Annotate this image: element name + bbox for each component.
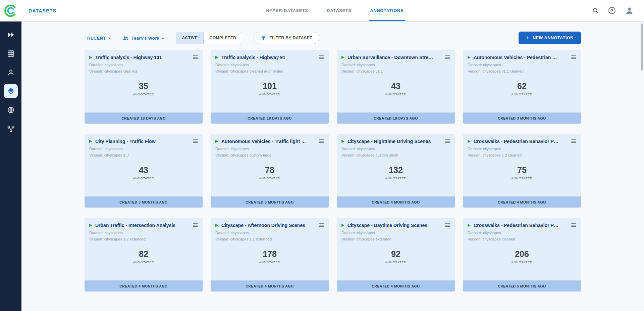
card-divider: [89, 161, 199, 161]
card-divider: [341, 161, 451, 161]
annotation-card[interactable]: Cityscape - Afternoon Driving Scenes Dat…: [211, 218, 329, 292]
toggle-active[interactable]: ACTIVE: [176, 32, 203, 44]
annotation-title: Cityscape - Nighttime Driving Scenes: [347, 139, 441, 144]
card-menu-icon[interactable]: [318, 54, 325, 60]
card-menu-icon[interactable]: [444, 54, 451, 60]
scrollbar-thumb[interactable]: [641, 24, 643, 71]
card-version: Version: cityscapes 1.3: [85, 151, 203, 157]
filter-by-dataset-button[interactable]: FILTER BY DATASET: [254, 32, 319, 44]
card-menu-icon[interactable]: [444, 138, 451, 144]
new-annotation-button[interactable]: + NEW ANNOTATION: [519, 32, 581, 44]
annotation-card[interactable]: Crosswalks - Pedestrian Behavior P… Data…: [463, 134, 581, 208]
annotation-card[interactable]: City Planning - Traffic Flow Dataset: ci…: [85, 134, 203, 208]
annotated-label: ANNOTATED: [85, 176, 203, 180]
card-dataset: Dataset: cityscapes: [85, 228, 203, 235]
annotation-card[interactable]: Autonomous Vehicles - Traffic light … Da…: [211, 134, 329, 208]
annotated-count: 62: [463, 81, 581, 91]
sidebar-item-quickstart[interactable]: [4, 28, 18, 42]
card-dataset: Dataset: cityscapes: [337, 144, 455, 151]
card-dataset: Dataset: cityscapes: [463, 228, 581, 235]
toggle-completed[interactable]: COMPLETED: [203, 32, 242, 44]
card-menu-icon[interactable]: [192, 222, 199, 228]
card-version: Version: cityscapes custom small: [337, 151, 455, 157]
scope-dropdown-label: Team's Work: [131, 36, 160, 41]
card-menu-icon[interactable]: [318, 138, 325, 144]
sort-dropdown-label: RECENT: [87, 36, 106, 41]
status-toggle: ACTIVE COMPLETED: [176, 32, 242, 44]
annotation-card[interactable]: Urban Surveillance - Downtown Stre… Data…: [337, 50, 455, 124]
play-icon: [89, 224, 92, 227]
play-icon: [215, 140, 218, 143]
tab-annotations[interactable]: ANNOTATIONS: [370, 0, 404, 21]
card-header: Crosswalks - Pedestrian Behavior P…: [463, 134, 581, 144]
card-created-badge: CREATED 4 MONTHS AGO: [211, 280, 329, 292]
annotated-count: 43: [337, 81, 455, 91]
card-menu-icon[interactable]: [571, 222, 577, 228]
card-divider: [467, 161, 577, 161]
card-divider: [341, 245, 451, 245]
annotation-card[interactable]: Autonomous Vehicles - Pedestrian … Datas…: [463, 50, 581, 124]
card-menu-icon[interactable]: [192, 138, 199, 144]
card-dataset: Dataset: cityscapes: [463, 60, 581, 67]
card-created-badge: CREATED 3 MONTHS AGO: [211, 196, 329, 208]
user-avatar[interactable]: [625, 6, 634, 15]
card-created-badge: CREATED 18 DAYS AGO: [337, 113, 455, 124]
annotated-count: 78: [211, 165, 329, 175]
sidebar-item-annotations[interactable]: [4, 84, 18, 98]
annotation-card[interactable]: Traffic analysis - Highway 101 Dataset: …: [85, 50, 203, 124]
card-created-badge: CREATED 4 MONTHS AGO: [85, 280, 203, 292]
card-version: Version: cityscapes custom large: [211, 151, 329, 157]
card-version: Version: cityscapes extended: [337, 235, 455, 241]
annotation-card[interactable]: Urban Traffic - Intersection Analysis Da…: [85, 218, 203, 292]
card-menu-icon[interactable]: [444, 222, 451, 228]
sidebar-item-pipelines[interactable]: [4, 122, 18, 136]
annotated-count: 178: [211, 249, 329, 259]
card-created-badge: CREATED 3 MONTHS AGO: [85, 196, 203, 208]
play-icon: [89, 56, 92, 59]
play-icon: [215, 56, 218, 59]
card-header: Cityscape - Afternoon Driving Scenes: [211, 218, 329, 228]
sidebar-item-datasets[interactable]: [4, 46, 18, 60]
card-version: Version: cityscapes 1.1 extended: [211, 235, 329, 241]
annotation-card[interactable]: Traffic analysis - Highway 91 Dataset: c…: [211, 50, 329, 124]
team-icon: [122, 35, 129, 41]
card-menu-icon[interactable]: [571, 138, 577, 144]
card-menu-icon[interactable]: [571, 54, 577, 60]
play-icon: [341, 140, 344, 143]
annotated-count: 43: [85, 165, 203, 175]
annotation-card[interactable]: Crosswalks - Pedestrian Behavior P… Data…: [463, 218, 581, 292]
card-divider: [215, 77, 325, 77]
tab-hyper-datasets[interactable]: HYPER-DATASETS: [266, 0, 308, 21]
help-icon[interactable]: ?: [608, 7, 615, 14]
card-divider: [341, 77, 451, 77]
annotated-label: ANNOTATED: [85, 92, 203, 96]
annotation-card[interactable]: Cityscape - Daytime Driving Scenes Datas…: [337, 218, 455, 292]
app-logo[interactable]: [3, 3, 18, 18]
card-dataset: Dataset: cityscapes: [85, 144, 203, 151]
annotation-title: Traffic analysis - Highway 91: [221, 55, 315, 60]
search-icon[interactable]: [592, 7, 599, 14]
sidebar-item-tasks[interactable]: [4, 65, 18, 79]
annotated-label: ANNOTATED: [337, 176, 455, 180]
annotated-label: ANNOTATED: [337, 92, 455, 96]
annotation-title: Traffic analysis - Highway 101: [95, 55, 189, 60]
card-divider: [89, 245, 199, 245]
play-icon: [89, 140, 92, 143]
card-version: Version: cityscapes cleaned: [463, 235, 581, 241]
card-menu-icon[interactable]: [192, 54, 199, 60]
tab-datasets[interactable]: DATASETS: [327, 0, 352, 21]
card-created-badge: CREATED 4 MONTHS AGO: [463, 196, 581, 208]
annotated-count: 82: [85, 249, 203, 259]
card-version: Version: cityscapes cleaned: [85, 67, 203, 73]
annotation-card[interactable]: Cityscape - Nighttime Driving Scenes Dat…: [337, 134, 455, 208]
card-version: Version: cityscapes 1.2 cleaned: [463, 151, 581, 157]
sidebar-item-models[interactable]: [4, 103, 18, 117]
card-divider: [467, 77, 577, 77]
sort-dropdown[interactable]: RECENT: [87, 36, 111, 41]
annotation-title: Crosswalks - Pedestrian Behavior P…: [474, 139, 568, 144]
card-dataset: Dataset: cityscapes: [211, 144, 329, 151]
play-icon: [468, 140, 471, 143]
card-header: Traffic analysis - Highway 101: [85, 50, 203, 60]
scope-dropdown[interactable]: Team's Work: [122, 35, 165, 41]
card-menu-icon[interactable]: [318, 222, 325, 228]
